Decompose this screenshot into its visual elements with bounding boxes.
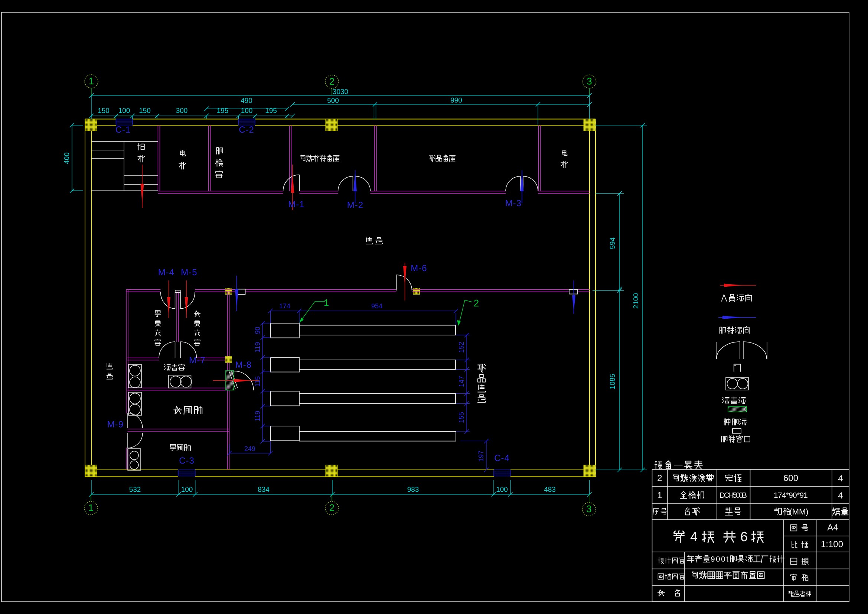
svg-text:983: 983 <box>407 485 419 493</box>
svg-text:(MM): (MM) <box>789 507 808 516</box>
svg-text:A4: A4 <box>827 522 838 532</box>
svg-text:1:100: 1:100 <box>821 539 843 549</box>
svg-text:483: 483 <box>544 485 556 493</box>
svg-text:6: 6 <box>740 529 748 544</box>
svg-text:C-4: C-4 <box>494 453 510 463</box>
svg-text:2: 2 <box>657 473 662 483</box>
svg-text:150: 150 <box>98 107 110 114</box>
svg-text:100: 100 <box>181 485 193 493</box>
svg-text:195: 195 <box>265 107 277 114</box>
svg-text:3: 3 <box>587 75 592 87</box>
svg-text:150: 150 <box>139 107 151 114</box>
svg-text:490: 490 <box>240 96 253 104</box>
svg-text:4: 4 <box>838 490 843 501</box>
svg-text:1: 1 <box>88 502 94 513</box>
svg-text:M-8: M-8 <box>236 359 252 370</box>
svg-text:1: 1 <box>657 490 662 500</box>
svg-text:249: 249 <box>244 445 256 452</box>
svg-text:1085: 1085 <box>609 374 616 389</box>
svg-text:4: 4 <box>690 529 698 544</box>
svg-text:3030: 3030 <box>333 88 348 95</box>
svg-text:152: 152 <box>458 342 465 353</box>
svg-text:195: 195 <box>217 107 229 114</box>
svg-text:90: 90 <box>254 326 261 334</box>
svg-text:C-2: C-2 <box>239 124 254 134</box>
svg-text:119: 119 <box>254 342 261 353</box>
svg-text:100: 100 <box>118 107 130 114</box>
svg-text:1: 1 <box>324 297 329 308</box>
svg-text:2100: 2100 <box>632 293 640 309</box>
svg-text:M-4: M-4 <box>158 267 175 277</box>
svg-text:M-3: M-3 <box>505 198 522 208</box>
svg-text:115: 115 <box>254 376 261 387</box>
svg-text:2: 2 <box>474 297 479 309</box>
svg-text:1: 1 <box>89 75 94 87</box>
svg-text:4: 4 <box>838 473 843 483</box>
svg-text:174: 174 <box>279 302 290 310</box>
svg-text:DCH500B: DCH500B <box>719 491 747 499</box>
svg-text:500: 500 <box>327 96 339 104</box>
svg-text:C-3: C-3 <box>179 455 195 465</box>
svg-text:954: 954 <box>371 302 382 310</box>
svg-text:C-1: C-1 <box>115 124 131 134</box>
svg-text:M-6: M-6 <box>411 263 427 273</box>
svg-text:174*90*91: 174*90*91 <box>774 491 808 499</box>
svg-text:100: 100 <box>496 485 508 493</box>
svg-text:2: 2 <box>329 76 335 87</box>
svg-text:300: 300 <box>176 107 188 114</box>
svg-text:3: 3 <box>586 503 592 515</box>
svg-text:M-1: M-1 <box>288 199 304 209</box>
svg-text:532: 532 <box>129 485 141 493</box>
svg-text:100: 100 <box>241 107 253 114</box>
svg-text:155: 155 <box>458 412 465 423</box>
svg-text:400: 400 <box>63 152 71 164</box>
svg-text:119: 119 <box>254 411 261 421</box>
svg-text:147: 147 <box>458 376 465 387</box>
svg-text:197: 197 <box>477 451 485 462</box>
svg-text:M-2: M-2 <box>347 200 363 210</box>
svg-text:990: 990 <box>450 96 462 104</box>
svg-text:2: 2 <box>329 502 335 513</box>
svg-text:834: 834 <box>258 485 270 493</box>
svg-text:M-7: M-7 <box>189 355 205 365</box>
svg-text:594: 594 <box>609 237 616 249</box>
svg-text:M-9: M-9 <box>107 419 124 429</box>
svg-text:M-5: M-5 <box>181 267 197 277</box>
svg-text:600: 600 <box>783 473 798 483</box>
